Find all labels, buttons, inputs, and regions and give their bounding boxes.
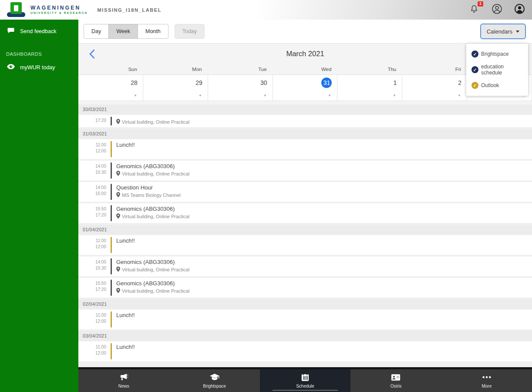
tab-label: More [481, 384, 492, 389]
brand-line2: UNIVERSITY & RESEARCH [30, 11, 88, 15]
event-end-time: 15:00 [95, 191, 106, 197]
send-feedback-label: Send feedback [20, 28, 56, 34]
event-content: Lunch!! [112, 341, 135, 361]
date-cell[interactable]: 31 [273, 75, 338, 101]
agenda-list: 30/03/202117:20Virtual building, Online … [78, 105, 532, 367]
event-location-text: Virtual building, Online Practical [122, 288, 189, 294]
month-title: March 2021 [78, 44, 532, 58]
event-row[interactable]: 11:0012:00Lunch!! [78, 341, 532, 361]
date-cell[interactable]: 30 [208, 75, 273, 101]
view-button-week[interactable]: Week [108, 24, 138, 39]
event-end-time: 12:00 [95, 244, 106, 250]
event-row[interactable]: 14:0015:30Genomics (ABG30306)Virtual bui… [78, 257, 532, 276]
profile-button[interactable] [491, 4, 502, 16]
event-start-time: 11:00 [96, 142, 106, 148]
event-end-time: 17:20 [95, 287, 106, 293]
event-title: Lunch!! [116, 312, 135, 318]
pin-icon [116, 119, 120, 125]
bottom-navigation: NewsBrightspaceScheduleOsirisMore [78, 367, 532, 392]
day-name: Tue [208, 67, 273, 72]
event-location: Virtual building, Online Practical [116, 267, 189, 273]
event-start-time: 15:50 [95, 206, 106, 212]
tab-schedule[interactable]: Schedule [260, 369, 350, 392]
calendars-dropdown-menu: ✓Brightspace✓education schedule✓Outlook [466, 44, 528, 96]
account-button[interactable] [514, 4, 525, 16]
event-content: Genomics (ABG30306)Virtual building, Onl… [112, 278, 189, 297]
event-row[interactable]: 11:0012:00Lunch!! [78, 310, 532, 329]
page-title: MISSING_I18N_LABEL [98, 7, 162, 13]
brand-line1: WAGENINGEN [30, 5, 88, 11]
send-feedback-button[interactable]: Send feedback [0, 20, 78, 42]
date-number: 30 [257, 78, 267, 88]
calendars-button-label: Calendars [487, 28, 512, 35]
previous-week-button[interactable] [86, 49, 98, 61]
event-time: 11:0012:00 [78, 139, 111, 159]
event-content: Question HourMS Teams Biology Channel [112, 182, 181, 202]
event-start-time: 11:00 [96, 344, 106, 350]
event-row[interactable]: 15:5017:20Genomics (ABG30306)Virtual bui… [78, 203, 532, 223]
view-button-day[interactable]: Day [84, 24, 109, 39]
today-date-number: 31 [321, 78, 332, 88]
sidebar-item-label: myWUR today [20, 64, 55, 71]
date-cell[interactable]: 1 [337, 75, 402, 101]
tab-news[interactable]: News [78, 369, 169, 392]
tab-brightspace[interactable]: Brightspace [169, 369, 259, 392]
check-circle-icon: ✓ [471, 82, 478, 89]
agenda-date-header: 03/04/2021 [78, 331, 532, 341]
calendar-filter-label: Outlook [481, 82, 499, 88]
event-row[interactable]: 11:0012:00Lunch!! [78, 235, 532, 255]
agenda-date-header: 02/04/2021 [78, 299, 532, 309]
id-card-icon [391, 373, 401, 382]
event-content: Genomics (ABG30306)Virtual building, Onl… [112, 257, 189, 276]
event-indicator-dot [135, 95, 136, 96]
event-row[interactable]: 14:0015:30Genomics (ABG30306)Virtual bui… [78, 161, 532, 180]
event-row[interactable]: 17:20Virtual building, Online Practical [78, 115, 532, 127]
notifications-button[interactable]: 1 [468, 4, 480, 16]
event-location: Virtual building, Online Practical [116, 288, 189, 294]
tab-more[interactable]: More [441, 369, 532, 392]
today-button[interactable]: Today [175, 24, 205, 39]
ellipsis-icon [482, 373, 492, 382]
event-location-text: Virtual building, Online Practical [122, 119, 189, 125]
event-time: 11:0012:00 [78, 341, 111, 361]
calendars-button[interactable]: Calendars [480, 24, 526, 39]
event-time: 11:0012:00 [78, 235, 111, 255]
person-filled-icon [514, 3, 525, 16]
event-content: Lunch!! [112, 139, 135, 159]
eye-icon [7, 64, 15, 71]
tab-osiris[interactable]: Osiris [350, 369, 441, 392]
calendar-filter-brightspace[interactable]: ✓Brightspace [466, 47, 528, 61]
dashboards-section-header: DASHBOARDS [0, 42, 78, 59]
event-content: Lunch!! [112, 310, 135, 329]
wur-logo [6, 2, 26, 18]
top-bar: WAGENINGEN UNIVERSITY & RESEARCH MISSING… [0, 0, 532, 20]
date-cell[interactable]: 29 [143, 75, 208, 101]
agenda-date-header: 31/03/2021 [78, 129, 532, 139]
event-start-time: 14:00 [95, 163, 106, 169]
event-time: 17:20 [78, 115, 111, 127]
date-cell[interactable]: 2 [402, 75, 467, 101]
event-row[interactable]: 15:5017:20Genomics (ABG30306)Virtual bui… [78, 278, 532, 297]
tab-label: Schedule [296, 384, 314, 389]
calendar-filter-outlook[interactable]: ✓Outlook [466, 79, 528, 92]
event-start-time: 11:00 [96, 312, 106, 318]
event-start-time: 17:20 [95, 118, 106, 124]
date-cell[interactable]: 28 [78, 75, 143, 101]
event-start-time: 15:50 [95, 280, 106, 287]
view-button-month[interactable]: Month [138, 24, 168, 39]
event-indicator-dot [458, 95, 460, 96]
schedule-toolbar: DayWeekMonth Today Calendars [78, 20, 532, 44]
event-end-time: 12:00 [95, 350, 106, 356]
event-title: Genomics (ABG30306) [116, 163, 189, 169]
calendar-filter-education-schedule[interactable]: ✓education schedule [466, 61, 528, 79]
sidebar-item-mywur-today[interactable]: myWUR today [0, 59, 78, 77]
event-content: Lunch!! [112, 235, 135, 255]
event-row[interactable]: 11:0012:00Lunch!! [78, 139, 532, 159]
brand-text: WAGENINGEN UNIVERSITY & RESEARCH [30, 5, 88, 15]
person-outline-icon [492, 3, 502, 16]
event-row[interactable]: 14:0015:00Question HourMS Teams Biology … [78, 182, 532, 202]
tab-label: Osiris [391, 384, 402, 389]
event-location: Virtual building, Online Practical [116, 119, 189, 125]
view-toggle-group: DayWeekMonth [84, 24, 168, 39]
graduation-cap-icon [209, 373, 220, 382]
